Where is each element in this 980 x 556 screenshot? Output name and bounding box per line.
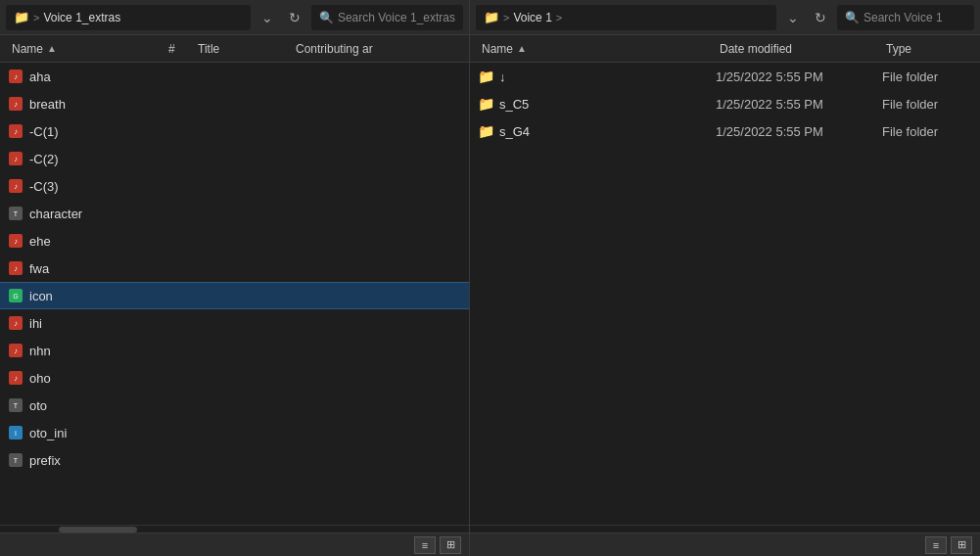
right-address-actions: ⌄ ↻	[780, 5, 833, 30]
right-hscrollbar[interactable]	[470, 525, 980, 533]
search-icon: 🔍	[319, 11, 334, 24]
left-list-view-btn[interactable]: ≡	[414, 536, 436, 554]
right-path[interactable]: 📁 > Voice 1 >	[476, 5, 776, 30]
table-row[interactable]: ♪ fwa	[0, 255, 469, 282]
txt-icon: T	[8, 397, 23, 413]
table-row[interactable]: T prefix	[0, 446, 469, 474]
audio-icon: ♪	[8, 370, 23, 386]
col-header-right-date[interactable]: Date modified	[712, 35, 878, 62]
cell-name-prefix: T prefix	[4, 452, 161, 468]
left-hscrollbar[interactable]	[0, 525, 469, 533]
table-row[interactable]: ♪ -C(1)	[0, 117, 469, 145]
table-row[interactable]: ♪ -C(2)	[0, 145, 469, 172]
cell-name-aha: ♪ aha	[4, 69, 161, 84]
table-row[interactable]: ♪ oho	[0, 364, 469, 392]
cell-type-folder-down: File folder	[878, 70, 976, 84]
right-pane: 📁 > Voice 1 > ⌄ ↻ 🔍 Search Voice 1 Name …	[470, 0, 980, 556]
cell-name-oto: T oto	[4, 397, 161, 413]
right-path-text: Voice 1	[513, 11, 551, 24]
cell-date-sc5: 1/25/2022 5:55 PM	[712, 97, 878, 112]
audio-icon: ♪	[8, 96, 23, 112]
table-row[interactable]: ♪ aha	[0, 63, 469, 90]
folder-icon: 📁	[478, 96, 493, 112]
left-search-placeholder: Search Voice 1_extras	[338, 11, 455, 24]
cell-name-c3: ♪ -C(3)	[4, 178, 161, 194]
cell-date-folder-down: 1/25/2022 5:55 PM	[712, 70, 878, 84]
col-header-name[interactable]: Name ▲	[4, 35, 161, 62]
txt-icon: T	[8, 452, 23, 468]
cell-date-sg4: 1/25/2022 5:55 PM	[712, 124, 878, 139]
table-row[interactable]: 📁 s_C5 1/25/2022 5:55 PM File folder	[470, 90, 980, 117]
left-path-text: Voice 1_extras	[43, 11, 120, 24]
folder-icon: 📁	[478, 123, 493, 139]
audio-icon: ♪	[8, 69, 23, 84]
table-row[interactable]: I oto_ini	[0, 419, 469, 446]
left-search-box[interactable]: 🔍 Search Voice 1_extras	[311, 5, 463, 30]
col-header-right-name[interactable]: Name ▲	[474, 35, 712, 62]
right-list-view-btn[interactable]: ≡	[925, 536, 947, 554]
audio-icon: ♪	[8, 151, 23, 166]
audio-icon: ♪	[8, 233, 23, 249]
col-header-num[interactable]: #	[161, 35, 190, 62]
table-row[interactable]: ♪ ehe	[0, 227, 469, 255]
cell-name-folder-sc5: 📁 s_C5	[474, 96, 712, 112]
table-row[interactable]: ♪ nhn	[0, 337, 469, 364]
right-address-bar: 📁 > Voice 1 > ⌄ ↻ 🔍 Search Voice 1	[470, 0, 980, 35]
right-file-list[interactable]: 📁 ↓ 1/25/2022 5:55 PM File folder 📁 s_C5…	[470, 63, 980, 525]
cell-name-ehe: ♪ ehe	[4, 233, 161, 249]
table-row[interactable]: G icon	[0, 282, 469, 309]
cell-type-sg4: File folder	[878, 124, 976, 139]
table-row[interactable]: ♪ -C(3)	[0, 172, 469, 200]
cell-name-c1: ♪ -C(1)	[4, 123, 161, 139]
left-path[interactable]: 📁 > Voice 1_extras	[6, 5, 251, 30]
col-header-title[interactable]: Title	[190, 35, 288, 62]
explorer-container: 📁 > Voice 1_extras ⌄ ↻ 🔍 Search Voice 1_…	[0, 0, 980, 556]
cell-name-c2: ♪ -C(2)	[4, 151, 161, 166]
left-refresh-btn[interactable]: ↻	[282, 5, 307, 30]
audio-icon: ♪	[8, 343, 23, 358]
audio-icon: ♪	[8, 315, 23, 331]
right-dropdown-btn[interactable]: ⌄	[780, 5, 806, 30]
left-file-list[interactable]: ♪ aha ♪ breath ♪ -	[0, 63, 469, 525]
cell-name-breath: ♪ breath	[4, 96, 161, 112]
left-dropdown-btn[interactable]: ⌄	[255, 5, 280, 30]
left-grid-view-btn[interactable]: ⊞	[440, 536, 461, 554]
cell-type-sc5: File folder	[878, 97, 976, 112]
table-row[interactable]: 📁 s_G4 1/25/2022 5:55 PM File folder	[470, 117, 980, 145]
cell-name-oho: ♪ oho	[4, 370, 161, 386]
audio-icon: ♪	[8, 123, 23, 139]
left-address-actions: ⌄ ↻	[255, 5, 307, 30]
table-row[interactable]: ♪ ihi	[0, 309, 469, 337]
search-icon: 🔍	[845, 11, 860, 24]
folder-icon: 📁	[478, 69, 493, 84]
table-row[interactable]: T character	[0, 200, 469, 227]
col-header-contrib[interactable]: Contributing ar	[288, 35, 465, 62]
cell-name-fwa: ♪ fwa	[4, 260, 161, 276]
txt-icon: T	[8, 206, 23, 221]
right-search-box[interactable]: 🔍 Search Voice 1	[837, 5, 974, 30]
sort-arrow-right-name: ▲	[517, 43, 527, 54]
col-header-right-type[interactable]: Type	[878, 35, 976, 62]
cell-name-icon: G icon	[4, 288, 161, 303]
cell-name-folder-sg4: 📁 s_G4	[474, 123, 712, 139]
folder-icon: 📁	[14, 10, 29, 25]
img-icon: G	[8, 288, 23, 303]
table-row[interactable]: ♪ breath	[0, 90, 469, 117]
cell-name-ihi: ♪ ihi	[4, 315, 161, 331]
left-column-headers: Name ▲ # Title Contributing ar	[0, 35, 469, 63]
folder-icon: 📁	[484, 10, 499, 25]
audio-icon: ♪	[8, 178, 23, 194]
right-column-headers: Name ▲ Date modified Type	[470, 35, 980, 63]
table-row[interactable]: T oto	[0, 392, 469, 419]
table-row[interactable]: 📁 ↓ 1/25/2022 5:55 PM File folder	[470, 63, 980, 90]
right-search-placeholder: Search Voice 1	[863, 11, 943, 24]
right-status-bar: ≡ ⊞	[470, 533, 980, 556]
cell-name-character: T character	[4, 206, 161, 221]
left-pane: 📁 > Voice 1_extras ⌄ ↻ 🔍 Search Voice 1_…	[0, 0, 470, 556]
right-refresh-btn[interactable]: ↻	[808, 5, 833, 30]
audio-icon: ♪	[8, 260, 23, 276]
right-grid-view-btn[interactable]: ⊞	[951, 536, 972, 554]
cell-name-oto-ini: I oto_ini	[4, 425, 161, 440]
sort-arrow-name: ▲	[47, 43, 57, 54]
left-status-bar: ≡ ⊞	[0, 533, 469, 556]
